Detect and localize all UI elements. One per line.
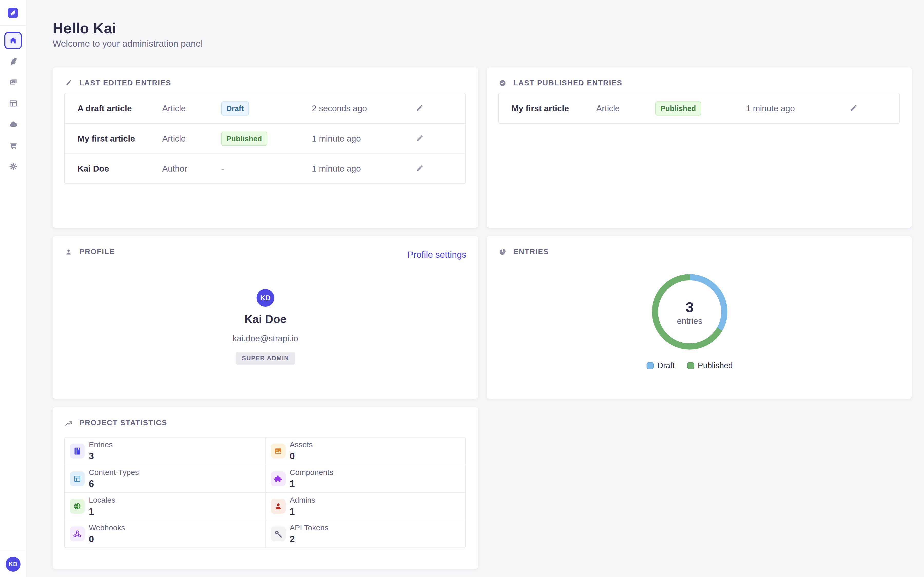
status-badge: Published [655,101,701,115]
card-title: LAST EDITED ENTRIES [79,79,171,87]
pie-chart-icon [498,248,507,256]
images-icon [8,77,18,87]
page-title: Hello Kai [53,19,116,37]
sidebar-item-home[interactable] [4,32,22,49]
check-circle-icon [498,79,507,87]
layout-icon [73,474,82,483]
stat-label: Components [290,468,333,477]
last-published-entries-card: LAST PUBLISHED ENTRIES My first article … [487,68,912,228]
gear-icon [8,161,18,171]
status-badge: Published [221,132,267,146]
key-icon [274,530,283,538]
entry-type: Article [596,103,620,113]
picture-icon [274,447,283,455]
cart-icon [8,140,18,150]
webhook-icon [73,530,82,538]
trending-up-icon [65,419,73,427]
user-avatar[interactable]: KD [6,557,21,572]
stat-value: 2 [290,534,328,545]
stat-label: Locales [89,496,115,504]
stats-grid: Entries 3 Assets 0 [64,437,466,548]
donut-ring: 3 entries [652,274,727,350]
avatar: KD [257,289,275,307]
stat-admins: Admins 1 [265,492,465,520]
stat-entries: Entries 3 [65,437,265,465]
person-icon [274,502,283,511]
legend-label: Published [698,361,733,370]
legend-item-published: Published [687,361,733,370]
card-header: LAST PUBLISHED ENTRIES [498,79,622,87]
sidebar-item-settings[interactable] [8,161,18,172]
card-header: PROFILE [65,247,115,256]
book-icon [73,447,82,455]
sidebar: KD [0,0,26,577]
card-title: PROFILE [79,247,115,256]
stat-label: API Tokens [290,524,328,532]
puzzle-icon [274,474,283,483]
stat-label: Content-Types [89,468,139,477]
entry-type: Article [162,103,186,113]
last-published-table: My first article Article Published 1 min… [498,93,900,124]
edit-entry-button[interactable] [414,164,425,174]
sidebar-divider [0,25,26,26]
person-icon [65,248,73,256]
project-statistics-card: PROJECT STATISTICS Entries 3 [53,407,478,569]
layout-icon [8,98,18,108]
pencil-icon [849,104,858,113]
strapi-logo[interactable] [8,8,18,18]
cloud-icon [8,119,18,129]
entry-name: My first article [512,103,569,113]
stat-label: Admins [290,496,315,504]
sidebar-item-media-library[interactable] [8,77,18,87]
chart-legend: Draft Published [652,361,727,370]
entries-unit: entries [677,316,702,326]
legend-label: Draft [657,361,675,370]
card-header: LAST EDITED ENTRIES [65,79,171,87]
card-header: PROJECT STATISTICS [65,419,167,427]
card-title: PROJECT STATISTICS [79,419,167,427]
profile-settings-link[interactable]: Profile settings [407,250,466,260]
stat-content-types: Content-Types 6 [65,465,265,492]
stat-value: 1 [89,506,115,517]
pencil-icon [415,104,424,113]
last-edited-entries-card: LAST EDITED ENTRIES A draft article Arti… [53,68,478,228]
stat-value: 0 [89,534,125,545]
page-subtitle: Welcome to your administration panel [53,39,203,49]
entry-time: 1 minute ago [746,103,795,113]
home-icon [8,36,18,45]
entry-name: A draft article [78,103,132,113]
stat-value: 0 [290,451,313,462]
sidebar-item-cloud[interactable] [8,119,18,129]
legend-item-draft: Draft [646,361,675,370]
strapi-logo-icon [8,8,18,18]
entry-type: Author [162,164,187,174]
entry-time: 1 minute ago [312,164,361,174]
table-row: Kai Doe Author - 1 minute ago [65,153,465,183]
draft-swatch [646,362,654,369]
entries-count: 3 [686,300,693,315]
status-empty: - [221,164,224,174]
role-badge: SUPER ADMIN [236,352,295,365]
entry-name: Kai Doe [78,164,109,174]
stat-label: Webhooks [89,524,125,532]
published-swatch [687,362,694,369]
sidebar-item-content-type-builder[interactable] [8,98,18,108]
status-badge: Draft [221,101,249,115]
entry-time: 2 seconds ago [312,103,367,113]
card-title: LAST PUBLISHED ENTRIES [513,79,622,87]
edit-entry-button[interactable] [848,103,859,114]
entry-time: 1 minute ago [312,134,361,143]
sidebar-item-marketplace[interactable] [8,140,18,150]
entry-name: My first article [78,134,135,143]
card-header: ENTRIES [498,247,549,256]
edit-entry-button[interactable] [414,134,425,144]
edit-entry-button[interactable] [414,103,425,114]
globe-icon [73,502,82,511]
entries-chart-card: ENTRIES 3 entries Draft Published [487,236,912,399]
profile-name: Kai Doe [53,313,478,326]
last-edited-table: A draft article Article Draft 2 seconds … [64,93,466,184]
stat-value: 1 [290,506,315,517]
pencil-icon [65,79,73,87]
pencil-icon [415,164,424,173]
sidebar-item-content-manager[interactable] [8,56,18,66]
